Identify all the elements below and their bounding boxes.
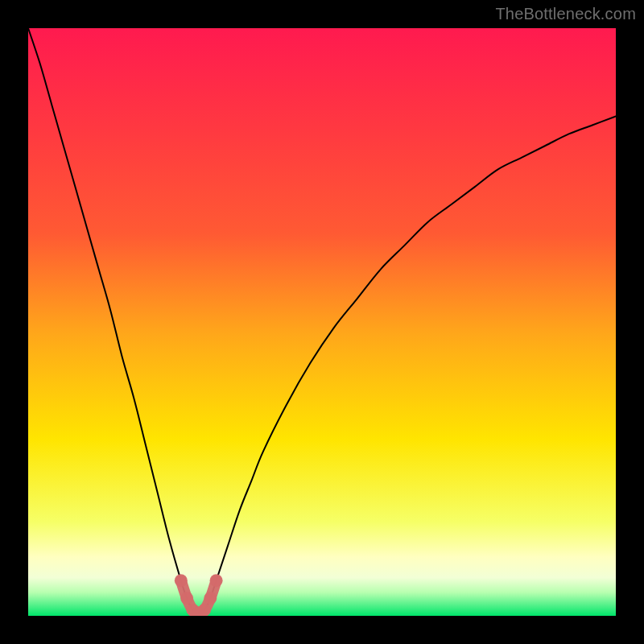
- optimal-point: [175, 574, 188, 587]
- chart-frame: TheBottleneck.com: [0, 0, 644, 644]
- optimal-point: [210, 574, 223, 587]
- gradient-background: [28, 28, 616, 616]
- optimal-point: [198, 604, 211, 616]
- plot-area: [28, 28, 616, 616]
- watermark-label: TheBottleneck.com: [495, 5, 636, 23]
- bottleneck-chart: [28, 28, 616, 616]
- optimal-point: [204, 592, 217, 605]
- optimal-point: [180, 592, 193, 605]
